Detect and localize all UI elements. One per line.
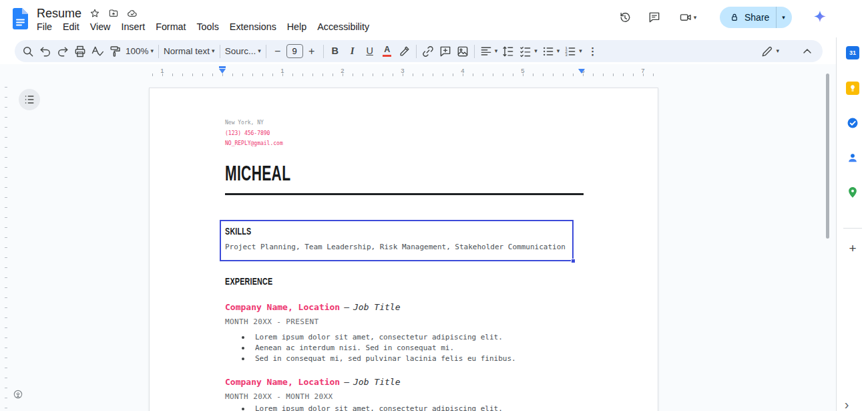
menu-view[interactable]: View [85,19,116,34]
skills-heading[interactable]: SKILLS [225,226,482,237]
toolbar-separator [266,45,266,58]
keep-button[interactable] [845,81,860,96]
move-button[interactable] [108,8,119,19]
horizontal-ruler[interactable]: 1 1 2 3 4 5 6 7 [0,66,836,76]
more-options-button[interactable]: ⋮ [584,43,602,60]
job-title[interactable]: Job Title [353,302,400,312]
spell-check-button[interactable] [89,43,106,60]
job-dates[interactable]: MONTH 20XX - PRESENT [225,317,318,326]
keep-icon [846,82,859,95]
svg-text:3: 3 [566,53,568,57]
ruler-number: 7 [641,67,644,74]
increase-font-size-button[interactable]: + [303,43,320,60]
document-status-button[interactable] [127,8,138,19]
resume-name-heading[interactable]: MICHEAL [225,162,290,186]
menu-file[interactable]: File [31,19,57,34]
bulleted-list-select[interactable]: ▾ [539,43,562,60]
pen-icon [761,45,774,58]
header-actions: ▾ Share ▾ [613,5,832,30]
underline-button[interactable]: U [361,43,379,60]
meet-button[interactable]: ▾ [672,5,704,29]
star-button[interactable] [89,8,100,19]
share-button[interactable]: Share [720,7,776,28]
right-indent-marker[interactable] [578,69,585,74]
paragraph-style-select[interactable]: Normal text ▾ [162,43,217,60]
menu-edit[interactable]: Edit [57,19,85,34]
gemini-button[interactable] [808,5,832,29]
hide-menus-button[interactable] [799,43,816,60]
comment-icon [648,11,661,24]
add-comment-button[interactable] [437,43,454,60]
tasks-icon [846,116,859,130]
job-dates[interactable]: MONTH 20XX - MONTH 20XX [225,392,333,401]
vertical-scrollbar[interactable] [826,74,829,239]
insert-link-button[interactable] [419,43,437,60]
job-heading[interactable]: Company Name, Location—Job Title [225,302,400,313]
menu-format[interactable]: Format [150,19,191,34]
company-name[interactable]: Company Name, Location [225,377,340,387]
align-select[interactable]: ▾ [477,43,500,60]
contact-phone[interactable]: (123) 456-7890 [225,128,283,139]
calendar-button[interactable]: 31 [845,45,860,60]
menu-help[interactable]: Help [282,19,312,34]
vertical-ruler[interactable] [0,79,9,411]
maps-button[interactable] [845,185,860,200]
selection-box[interactable]: SKILLS Project Planning, Team Leadership… [220,220,574,261]
bulleted-list-caret-icon: ▾ [557,48,560,54]
text-color-button[interactable]: A [379,43,396,60]
job-title[interactable]: Job Title [353,377,400,387]
bold-button[interactable]: B [327,43,344,60]
numbered-list-select[interactable]: 1 2 3 ▾ [562,43,584,60]
comments-button[interactable] [642,5,666,29]
company-name[interactable]: Company Name, Location [225,302,340,312]
lock-icon [729,12,740,23]
insert-image-button[interactable] [454,43,471,60]
italic-button[interactable]: I [344,43,361,60]
zoom-select[interactable]: 100% ▾ [124,43,156,60]
checklist-select[interactable]: ▾ [517,43,539,60]
line-spacing-button[interactable] [499,43,517,60]
selection-resize-handle[interactable] [571,259,576,263]
accessibility-button[interactable] [11,387,25,402]
side-panel: 31 + › [836,37,868,411]
bulleted-list-icon [541,45,555,58]
experience-heading[interactable]: EXPERIENCE [225,276,272,287]
font-family-select[interactable]: Sourc... ▾ [223,43,263,60]
menu-tools[interactable]: Tools [191,19,224,34]
skills-text[interactable]: Project Planning, Team Leadership, Risk … [225,243,572,251]
bullet-item[interactable]: Aenean ac interdum nisi. Sed in consequa… [241,343,516,354]
print-button[interactable] [71,43,89,60]
hide-side-panel-button[interactable]: › [839,397,854,411]
menu-accessibility[interactable]: Accessibility [312,19,375,34]
get-add-ons-button[interactable]: + [845,241,860,255]
editing-mode-caret-icon: ▾ [776,48,779,54]
search-menus-button[interactable] [19,43,37,60]
contact-email[interactable]: NO_REPLY@gmail.com [225,138,283,149]
document-page[interactable]: New York, NY (123) 456-7890 NO_REPLY@gma… [149,88,658,411]
undo-button[interactable] [37,43,54,60]
bullet-item[interactable]: Sed in consequat mi, sed pulvinar lacini… [241,354,516,364]
redo-button[interactable] [54,43,71,60]
contact-block[interactable]: New York, NY (123) 456-7890 NO_REPLY@gma… [225,118,283,149]
font-size-input[interactable]: 9 [286,44,303,58]
numbered-list-caret-icon: ▾ [579,48,582,54]
undo-icon [39,45,52,58]
left-indent-marker[interactable] [219,66,226,74]
decrease-font-size-button[interactable]: − [269,43,286,60]
menu-insert[interactable]: Insert [116,19,150,34]
tasks-button[interactable] [845,116,860,130]
menu-extensions[interactable]: Extensions [224,19,282,34]
docs-logo-icon[interactable] [11,7,29,30]
bullet-item[interactable]: Lorem ipsum dolor sit amet, consectetur … [241,404,503,411]
bullet-item[interactable]: Lorem ipsum dolor sit amet, consectetur … [241,332,516,343]
show-outline-button[interactable] [19,89,40,110]
document-title[interactable]: Resume [37,7,81,21]
editing-mode-select[interactable]: ▾ [758,43,781,60]
share-dropdown-button[interactable]: ▾ [777,7,792,28]
contact-city[interactable]: New York, NY [225,118,283,128]
job-heading[interactable]: Company Name, Location—Job Title [225,377,400,388]
highlight-color-button[interactable] [396,43,413,60]
contacts-button[interactable] [845,150,860,165]
paint-format-button[interactable] [106,43,124,60]
version-history-button[interactable] [613,5,637,29]
